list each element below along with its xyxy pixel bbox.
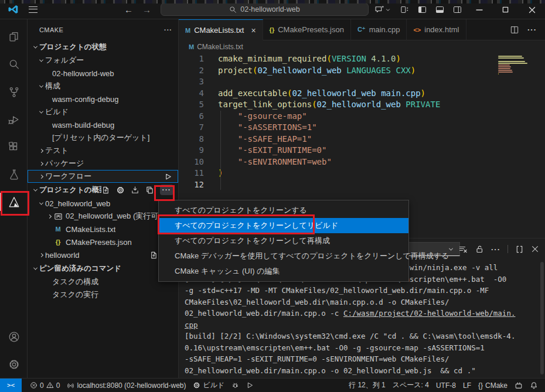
run-debug-activity-icon[interactable] bbox=[0, 105, 28, 133]
tab-CMakeLists.txt[interactable]: MCMakeLists.txt× bbox=[179, 19, 263, 40]
tab-main.cpp[interactable]: C⁺main.cpp bbox=[351, 19, 407, 40]
tree-item[interactable]: 構成 bbox=[28, 80, 178, 93]
language-label: CMake bbox=[485, 381, 507, 390]
duplicate-icon[interactable] bbox=[145, 186, 154, 195]
cursor-position[interactable]: 行 12、列 1 bbox=[345, 379, 389, 392]
more-actions-icon[interactable]: ··· bbox=[527, 25, 537, 34]
section-header[interactable]: ピン留め済みのコマンド bbox=[28, 261, 178, 275]
tree-item[interactable]: helloworld bbox=[28, 248, 178, 261]
copilot-chat-icon[interactable] bbox=[374, 4, 391, 15]
bug-icon bbox=[231, 381, 239, 389]
chevron-down-icon bbox=[37, 85, 45, 88]
minimap-line bbox=[498, 57, 524, 59]
line-number: 4 bbox=[179, 88, 204, 100]
tree-item-label: 02_helloworld_web (実行可能) bbox=[66, 211, 169, 221]
command-center-search[interactable]: 02-helloworld-web bbox=[161, 3, 369, 16]
language-mode[interactable]: {} CMake bbox=[475, 379, 511, 392]
indentation-status[interactable]: スペース: 4 bbox=[389, 379, 432, 392]
menu-item[interactable]: CMake デバッガーを使用してすべてのプロジェクトをクリーンして再構成する bbox=[159, 248, 408, 264]
file-link[interactable]: cpp bbox=[185, 321, 198, 329]
tree-item[interactable]: MCMakeLists.txt bbox=[28, 223, 178, 236]
new-file-icon[interactable] bbox=[101, 186, 110, 195]
chevron-right-icon bbox=[37, 254, 45, 257]
menu-item[interactable]: すべてのプロジェクトをクリーンしてリビルド bbox=[159, 218, 408, 233]
tab-index.html[interactable]: <>index.html bbox=[407, 19, 466, 40]
search-activity-icon[interactable] bbox=[0, 50, 28, 78]
tree-item[interactable]: 02_helloworld_web bbox=[28, 197, 178, 210]
tree-item[interactable]: フォルダー bbox=[28, 54, 178, 67]
problems-status[interactable]: 0 0 bbox=[26, 379, 63, 392]
tree-item[interactable]: wasm-build-debug bbox=[28, 118, 178, 131]
tree-item[interactable]: 02-helloworld-web bbox=[28, 67, 178, 80]
back-arrow-icon[interactable]: ← bbox=[124, 5, 133, 15]
tree-item[interactable]: 02_helloworld_web (実行可能) bbox=[28, 210, 178, 223]
tree-item[interactable]: タスクの実行 bbox=[28, 288, 178, 301]
configure-all-icon[interactable] bbox=[116, 186, 125, 195]
more-actions-icon[interactable]: ··· bbox=[491, 245, 500, 254]
ports-grid-icon[interactable] bbox=[511, 379, 526, 392]
encoding-status[interactable]: UTF-8 bbox=[432, 379, 459, 392]
tree-item[interactable]: [プリセット内のターゲット] bbox=[28, 131, 178, 144]
minimap-line bbox=[498, 66, 511, 67]
maximize-panel-icon[interactable] bbox=[515, 245, 524, 254]
build-all-icon[interactable] bbox=[131, 186, 139, 195]
tree-item[interactable]: {}CMakePresets.json bbox=[28, 236, 178, 248]
minimap-line bbox=[498, 68, 510, 69]
tree-item-label: helloworld bbox=[45, 251, 80, 260]
run-status[interactable] bbox=[243, 379, 257, 392]
new-file-icon[interactable] bbox=[149, 251, 158, 260]
explorer-activity-icon[interactable] bbox=[0, 23, 28, 50]
line-number: 10 bbox=[179, 156, 204, 168]
tree-item[interactable]: wasm-config-debug bbox=[28, 93, 178, 105]
debug-status[interactable] bbox=[228, 379, 243, 392]
sidebar-more-icon[interactable]: ··· bbox=[164, 26, 172, 33]
more-icon[interactable]: ··· bbox=[160, 185, 174, 195]
status-bar: >< 0 0 localhost:8080 (02-helloworld-web… bbox=[0, 378, 545, 392]
menu-item[interactable]: CMake キャッシュ (UI) の編集 bbox=[159, 264, 408, 279]
live-server-status[interactable]: localhost:8080 (02-helloworld-web) bbox=[63, 379, 189, 392]
testing-activity-icon[interactable] bbox=[0, 161, 28, 188]
tree-item[interactable]: タスクの構成 bbox=[28, 275, 178, 288]
extensions-activity-icon[interactable] bbox=[0, 133, 28, 161]
unlock-icon[interactable] bbox=[475, 244, 484, 254]
tab-CMakePresets.json[interactable]: {}CMakePresets.json bbox=[263, 19, 351, 40]
tab-bar-filler bbox=[466, 19, 502, 40]
forward-arrow-icon[interactable]: → bbox=[142, 5, 151, 15]
braces-icon: {} bbox=[478, 381, 483, 390]
code-text: "-sENVIRONMENT=web" bbox=[218, 156, 332, 168]
chevron-down-icon bbox=[31, 189, 39, 192]
file-link[interactable]: C:/wasm/project/02-helloworld-web/main. bbox=[343, 309, 516, 318]
tree-item[interactable]: ビルド bbox=[28, 105, 178, 118]
tree-item[interactable]: ワークフロー bbox=[28, 170, 178, 183]
tree-item[interactable]: パッケージ bbox=[28, 157, 178, 170]
tree-item[interactable]: テスト bbox=[28, 144, 178, 157]
split-editor-icon[interactable] bbox=[510, 25, 519, 35]
menu-item[interactable]: すべてのプロジェクトをクリーンして再構成 bbox=[159, 233, 408, 248]
settings-activity-icon[interactable] bbox=[0, 350, 28, 378]
line-number: 9 bbox=[179, 145, 204, 156]
close-panel-icon[interactable] bbox=[531, 245, 539, 253]
line-number: 7 bbox=[179, 122, 204, 134]
minimap[interactable] bbox=[498, 56, 536, 77]
source-control-activity-icon[interactable] bbox=[0, 78, 28, 105]
section-toolbar: ··· bbox=[101, 185, 179, 195]
hamburger-menu-icon[interactable] bbox=[29, 6, 38, 13]
account-activity-icon[interactable] bbox=[0, 323, 28, 350]
sidebar-title-row: CMAKE ··· bbox=[28, 19, 178, 40]
cmake-activity-icon[interactable] bbox=[0, 188, 28, 216]
cmake-build-status[interactable]: ビルド bbox=[189, 379, 228, 392]
eol-status[interactable]: LF bbox=[459, 379, 475, 392]
line-number: 2 bbox=[179, 65, 204, 77]
play-outline-icon[interactable] bbox=[164, 172, 172, 181]
panel-scrollbar[interactable] bbox=[540, 262, 544, 374]
remote-indicator[interactable]: >< bbox=[0, 379, 22, 392]
broadcast-icon bbox=[67, 381, 74, 389]
close-tab-icon[interactable]: × bbox=[251, 26, 256, 35]
section-header[interactable]: プロジェクトの状態 bbox=[28, 40, 178, 54]
notifications-bell-icon[interactable] bbox=[526, 379, 541, 392]
tree-item-label: [プリセット内のターゲット] bbox=[52, 132, 149, 143]
menu-item[interactable]: すべてのプロジェクトをクリーンする bbox=[159, 203, 408, 218]
clear-output-icon[interactable] bbox=[458, 244, 468, 254]
section-header[interactable]: プロジェクトの概要··· bbox=[28, 183, 178, 197]
breadcrumb[interactable]: M CMakeLists.txt bbox=[179, 40, 545, 53]
